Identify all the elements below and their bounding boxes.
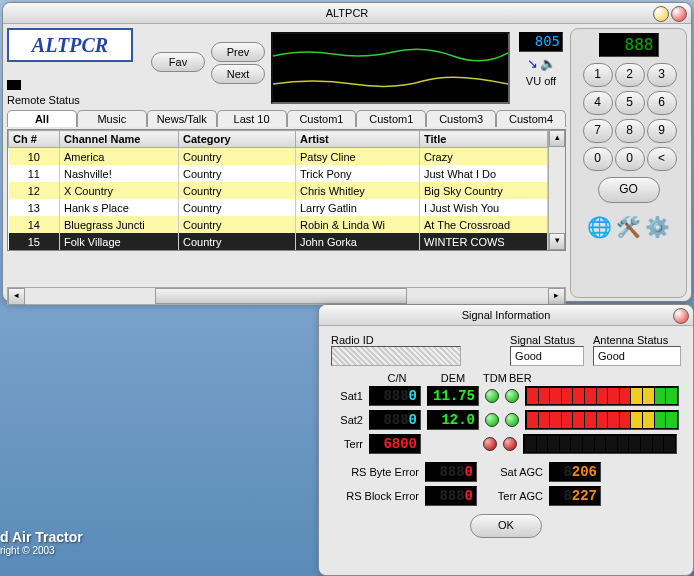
sat-agc-label: Sat AGC bbox=[483, 466, 543, 478]
tab-custom3[interactable]: Custom3 bbox=[426, 110, 496, 127]
remote-icon bbox=[7, 80, 21, 90]
settings-icon[interactable]: ⚙️ bbox=[645, 215, 670, 239]
keypad-key-5[interactable]: 5 bbox=[615, 91, 645, 115]
keypad-key-6[interactable]: 6 bbox=[647, 91, 677, 115]
signal-window: Signal Information Radio ID Signal Statu… bbox=[318, 304, 694, 576]
terr-tdm-led bbox=[503, 437, 517, 451]
tab-all[interactable]: All bbox=[7, 110, 77, 127]
channel-grid[interactable]: Ch # Channel Name Category Artist Title … bbox=[8, 130, 548, 250]
sat2-cn: 8880 bbox=[369, 410, 421, 430]
keypad-key-7[interactable]: 7 bbox=[583, 119, 613, 143]
tab-newstalk[interactable]: News/Talk bbox=[147, 110, 217, 127]
scroll-down-icon[interactable]: ▾ bbox=[549, 233, 565, 250]
sat2-tdm-led bbox=[505, 413, 519, 427]
keypad-key-1[interactable]: 1 bbox=[583, 63, 613, 87]
tab-last10[interactable]: Last 10 bbox=[217, 110, 287, 127]
scroll-thumb[interactable] bbox=[155, 288, 407, 304]
tools-icon[interactable]: 🛠️ bbox=[616, 215, 641, 239]
tab-custom1b[interactable]: Custom1 bbox=[356, 110, 426, 127]
signal-status-field: Good bbox=[510, 346, 584, 366]
next-button[interactable]: Next bbox=[211, 64, 265, 84]
antenna-status-field: Good bbox=[593, 346, 681, 366]
horizontal-scrollbar[interactable]: ◂ ▸ bbox=[7, 287, 566, 305]
table-row[interactable]: 11Nashville!CountryTrick PonyJust What I… bbox=[9, 165, 548, 182]
main-window: ALTPCR ALTPCR Remote Status Fav Prev Nex bbox=[2, 2, 692, 302]
sat1-label: Sat1 bbox=[331, 390, 363, 402]
table-row[interactable]: 15Folk VillageCountryJohn GorkaWINTER CO… bbox=[9, 233, 548, 250]
fav-button[interactable]: Fav bbox=[151, 52, 205, 72]
sat1-cn: 8880 bbox=[369, 386, 421, 406]
terr-dem-led bbox=[483, 437, 497, 451]
vu-display: 805 bbox=[519, 32, 563, 52]
sat2-dem: 12.0 bbox=[427, 410, 479, 430]
signal-title: Signal Information bbox=[462, 309, 551, 321]
rs-byte-value: 8880 bbox=[425, 462, 477, 482]
globe-icon[interactable]: 🌐 bbox=[587, 215, 612, 239]
sat1-tdm-led bbox=[505, 389, 519, 403]
app-logo: ALTPCR bbox=[7, 28, 133, 62]
category-tabs: All Music News/Talk Last 10 Custom1 Cust… bbox=[7, 110, 566, 127]
keypad-key-4[interactable]: 4 bbox=[583, 91, 613, 115]
keypad-key-3[interactable]: 3 bbox=[647, 63, 677, 87]
sat2-ber-bar bbox=[525, 410, 679, 430]
sat1-dem-led bbox=[485, 389, 499, 403]
sat2-label: Sat2 bbox=[331, 414, 363, 426]
sat-agc-value: 8206 bbox=[549, 462, 601, 482]
radio-id-label: Radio ID bbox=[331, 334, 504, 346]
sat2-dem-led bbox=[485, 413, 499, 427]
main-titlebar[interactable]: ALTPCR bbox=[3, 3, 691, 24]
antenna-status-label: Antenna Status bbox=[593, 334, 681, 346]
col-title[interactable]: Title bbox=[420, 131, 548, 148]
ok-button[interactable]: OK bbox=[470, 514, 542, 538]
tab-custom1[interactable]: Custom1 bbox=[287, 110, 357, 127]
signal-titlebar[interactable]: Signal Information bbox=[319, 305, 693, 326]
remote-status-label: Remote Status bbox=[7, 94, 80, 106]
close-button[interactable] bbox=[671, 6, 687, 22]
rs-block-label: RS Block Error bbox=[331, 490, 419, 502]
terr-cn: 6800 bbox=[369, 434, 421, 454]
signal-close-button[interactable] bbox=[673, 308, 689, 324]
sat1-dem: 11.75 bbox=[427, 386, 479, 406]
keypad-key-8[interactable]: 8 bbox=[615, 119, 645, 143]
col-artist[interactable]: Artist bbox=[296, 131, 420, 148]
table-row[interactable]: 10AmericaCountryPatsy ClineCrazy bbox=[9, 148, 548, 166]
sat1-ber-bar bbox=[525, 386, 679, 406]
col-cat[interactable]: Category bbox=[179, 131, 296, 148]
scroll-right-icon[interactable]: ▸ bbox=[548, 288, 565, 305]
scroll-up-icon[interactable]: ▴ bbox=[549, 130, 565, 147]
col-name[interactable]: Channel Name bbox=[60, 131, 179, 148]
table-row[interactable]: 13Hank s PlaceCountryLarry GatlinI Just … bbox=[9, 199, 548, 216]
scroll-left-icon[interactable]: ◂ bbox=[8, 288, 25, 305]
terr-agc-value: 8227 bbox=[549, 486, 601, 506]
vu-off-label: VU off bbox=[526, 75, 556, 87]
keypad-panel: 888 12345678900< GO 🌐 🛠️ ⚙️ bbox=[570, 28, 687, 298]
main-title: ALTPCR bbox=[326, 7, 369, 19]
keypad-key-0[interactable]: 0 bbox=[615, 147, 645, 171]
tab-music[interactable]: Music bbox=[77, 110, 147, 127]
channel-display: 888 bbox=[599, 33, 659, 57]
tab-custom4[interactable]: Custom4 bbox=[496, 110, 566, 127]
signal-status-label: Signal Status bbox=[510, 334, 587, 346]
table-row[interactable]: 12X CountryCountryChris WhitleyBig Sky C… bbox=[9, 182, 548, 199]
prev-button[interactable]: Prev bbox=[211, 42, 265, 62]
col-ch[interactable]: Ch # bbox=[9, 131, 60, 148]
desktop-watermark: d Air Tractor right © 2003 bbox=[0, 529, 83, 556]
minimize-button[interactable] bbox=[653, 6, 669, 22]
keypad-key-0[interactable]: 0 bbox=[583, 147, 613, 171]
keypad-key-2[interactable]: 2 bbox=[615, 63, 645, 87]
table-row[interactable]: 14Bluegrass JunctiCountryRobin & Linda W… bbox=[9, 216, 548, 233]
speaker-icon[interactable]: 🔈 bbox=[540, 56, 556, 71]
rs-block-value: 8880 bbox=[425, 486, 477, 506]
keypad-key-9[interactable]: 9 bbox=[647, 119, 677, 143]
terr-ber-bar bbox=[523, 434, 677, 454]
go-button[interactable]: GO bbox=[598, 177, 660, 203]
oscilloscope bbox=[271, 32, 510, 104]
keypad-key-<[interactable]: < bbox=[647, 147, 677, 171]
terr-agc-label: Terr AGC bbox=[483, 490, 543, 502]
rs-byte-label: RS Byte Error bbox=[331, 466, 419, 478]
terr-label: Terr bbox=[331, 438, 363, 450]
radio-id-field bbox=[331, 346, 461, 366]
expand-icon[interactable]: ↘ bbox=[527, 56, 538, 71]
vertical-scrollbar[interactable]: ▴ ▾ bbox=[548, 130, 565, 250]
